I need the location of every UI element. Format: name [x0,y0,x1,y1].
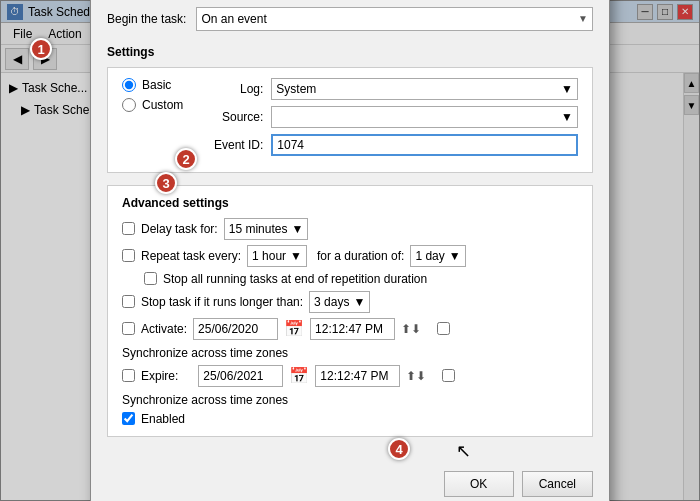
new-trigger-dialog: New Trigger ✕ Begin the task: On an even… [90,0,610,501]
begin-task-label: Begin the task: [107,12,186,26]
event-id-label: Event ID: [193,138,263,152]
fields-group: Log: System ▼ Source: ▼ [193,78,578,162]
stop-if-dropdown-arrow: ▼ [353,295,365,309]
delay-dropdown[interactable]: 15 minutes ▼ [224,218,309,240]
duration-value: 1 day [415,249,444,263]
log-field-row: Log: System ▼ [193,78,578,100]
expire-date-icon[interactable]: 📅 [289,366,309,385]
stop-if-row: Stop task if it runs longer than: 3 days… [122,291,578,313]
dialog-body: Begin the task: On an event ▼ Settings B… [91,0,609,461]
activate-row: Activate: 📅 ⬆⬇ Synchronize across time z… [122,318,578,360]
event-id-input[interactable] [271,134,578,156]
sync-tz-2-label: Synchronize across time zones [122,393,288,407]
activate-time-input[interactable] [310,318,395,340]
activate-label: Activate: [141,322,187,336]
bubble-2: 2 [175,148,197,170]
stop-running-row: Stop all running tasks at end of repetit… [144,272,578,286]
cancel-button[interactable]: Cancel [522,471,593,497]
source-dropdown-arrow: ▼ [561,110,573,124]
repeat-dropdown[interactable]: 1 hour ▼ [247,245,307,267]
advanced-title: Advanced settings [122,196,578,210]
enabled-checkbox[interactable] [122,412,135,425]
settings-section-label: Settings [107,45,593,59]
stop-if-checkbox[interactable] [122,295,135,308]
duration-dropdown[interactable]: 1 day ▼ [410,245,465,267]
delay-row: Delay task for: 15 minutes ▼ [122,218,578,240]
expire-row: Expire: 📅 ⬆⬇ Synchronize across time zon… [122,365,578,407]
expire-label: Expire: [141,369,178,383]
log-value: System [276,82,316,96]
stop-if-dropdown[interactable]: 3 days ▼ [309,291,370,313]
repeat-label: Repeat task every: [141,249,241,263]
repeat-dropdown-arrow: ▼ [290,249,302,263]
begin-task-value: On an event [201,12,266,26]
radio-basic-input[interactable] [122,78,136,92]
delay-value: 15 minutes [229,222,288,236]
duration-label: for a duration of: [317,249,404,263]
repeat-checkbox[interactable] [122,249,135,262]
expire-time-input[interactable] [315,365,400,387]
source-label: Source: [193,110,263,124]
dialog-footer: OK Cancel [91,461,609,502]
repeat-row: Repeat task every: 1 hour ▼ for a durati… [122,245,578,267]
advanced-section: Advanced settings Delay task for: 15 min… [107,185,593,437]
radio-custom-label: Custom [142,98,183,112]
stop-if-label: Stop task if it runs longer than: [141,295,303,309]
activate-time-spinner[interactable]: ⬆⬇ [401,322,421,336]
sync-tz-1-checkbox[interactable] [437,322,450,335]
radio-group: Basic Custom [122,78,183,158]
expire-checkbox[interactable] [122,369,135,382]
radio-custom-row: Custom [122,98,183,112]
begin-task-row: Begin the task: On an event ▼ [107,7,593,31]
repeat-value: 1 hour [252,249,286,263]
radio-basic-row: Basic [122,78,183,92]
delay-checkbox[interactable] [122,222,135,235]
radio-custom-input[interactable] [122,98,136,112]
stop-running-checkbox[interactable] [144,272,157,285]
activate-date-input[interactable] [193,318,278,340]
bubble-4: 4 [388,438,410,460]
event-id-field-row: Event ID: [193,134,578,156]
log-dropdown-arrow: ▼ [561,82,573,96]
stop-running-label: Stop all running tasks at end of repetit… [163,272,427,286]
delay-label: Delay task for: [141,222,218,236]
modal-overlay: New Trigger ✕ Begin the task: On an even… [0,0,700,501]
sync-tz-1-label: Synchronize across time zones [122,346,288,360]
duration-dropdown-arrow: ▼ [449,249,461,263]
begin-task-dropdown-arrow: ▼ [578,13,588,24]
stop-if-value: 3 days [314,295,349,309]
delay-dropdown-arrow: ▼ [291,222,303,236]
sync-tz-2-checkbox[interactable] [442,369,455,382]
activate-checkbox[interactable] [122,322,135,335]
enabled-label: Enabled [141,412,185,426]
expire-date-input[interactable] [198,365,283,387]
bubble-1: 1 [30,38,52,60]
activate-date-icon[interactable]: 📅 [284,319,304,338]
expire-time-spinner[interactable]: ⬆⬇ [406,369,426,383]
begin-task-dropdown[interactable]: On an event ▼ [196,7,593,31]
log-dropdown[interactable]: System ▼ [271,78,578,100]
radio-basic-label: Basic [142,78,171,92]
source-dropdown[interactable]: ▼ [271,106,578,128]
log-label: Log: [193,82,263,96]
ok-button[interactable]: OK [444,471,514,497]
bubble-3: 3 [155,172,177,194]
enabled-row: Enabled [122,412,578,426]
source-field-row: Source: ▼ [193,106,578,128]
